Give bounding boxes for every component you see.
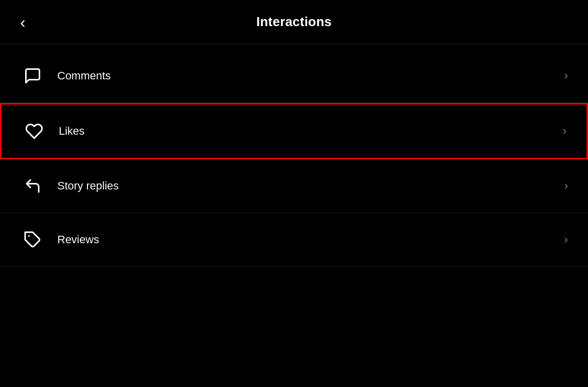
menu-item-story-replies[interactable]: Story replies › — [0, 159, 588, 213]
menu-item-likes[interactable]: Likes › — [0, 103, 588, 159]
story-replies-label: Story replies — [57, 179, 564, 192]
heart-icon — [22, 119, 47, 144]
chevron-right-icon: › — [563, 125, 566, 138]
reviews-label: Reviews — [57, 233, 564, 246]
comment-icon — [20, 63, 45, 88]
chevron-right-icon: › — [564, 179, 568, 192]
comments-label: Comments — [57, 69, 564, 82]
reply-icon — [20, 173, 45, 199]
menu-item-comments[interactable]: Comments › — [0, 49, 588, 103]
chevron-right-icon: › — [564, 69, 568, 82]
page-title: Interactions — [256, 14, 332, 30]
likes-label: Likes — [59, 125, 563, 138]
header: ‹ Interactions — [0, 0, 588, 44]
menu-item-reviews[interactable]: Reviews › — [0, 213, 588, 267]
chevron-right-icon: › — [564, 233, 568, 246]
svg-point-1 — [28, 235, 30, 237]
tag-icon — [20, 227, 45, 252]
menu-list: Comments › Likes › Story replies › — [0, 49, 588, 267]
back-button[interactable]: ‹ — [20, 14, 26, 30]
